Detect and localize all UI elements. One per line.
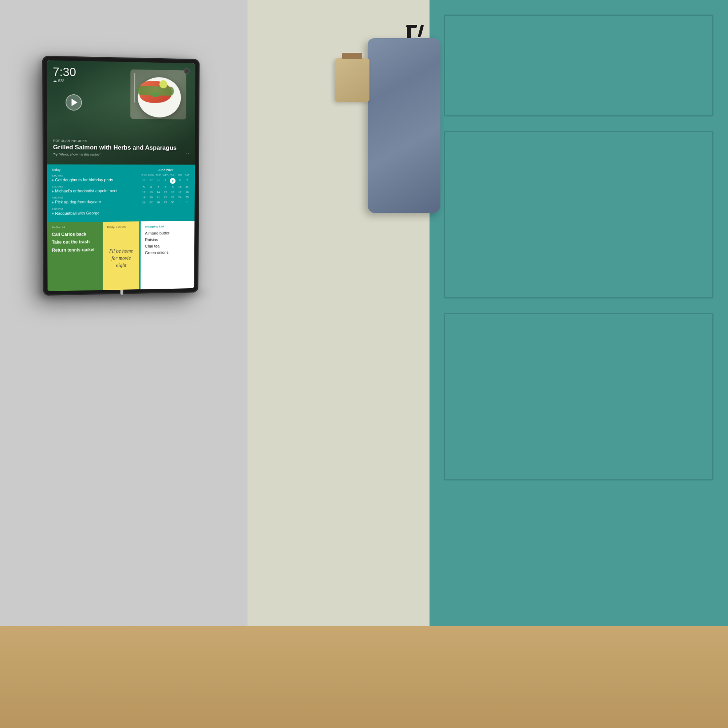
cal-day-18[interactable]: 18: [184, 190, 190, 195]
cal-day-3[interactable]: 3: [177, 177, 184, 185]
cal-header-mon: MON: [148, 174, 155, 177]
cal-day-6[interactable]: 6: [148, 185, 155, 190]
cal-day-17[interactable]: 17: [177, 190, 184, 195]
device-screen: 7:30 ☁ 63° Popular Recipes Grilled Salmo…: [47, 60, 195, 291]
cal-day-14[interactable]: 14: [155, 190, 162, 195]
shopping-label: Shopping List: [145, 225, 190, 228]
more-options-button[interactable]: ⋮: [186, 151, 191, 157]
play-icon: [72, 99, 78, 106]
cal-day-11[interactable]: 11: [184, 185, 191, 190]
cal-day-4[interactable]: 4: [184, 177, 191, 185]
jacket: [368, 38, 440, 213]
sticky-note-card[interactable]: Today, 7:20 AM I'll be home for movie ni…: [103, 221, 139, 290]
cal-day-5[interactable]: 5: [141, 185, 147, 190]
shopping-list-card[interactable]: Shopping List Almond butter Raisins Chai…: [139, 221, 194, 289]
shopping-item-3[interactable]: Chai tea: [145, 243, 190, 249]
hook-arm: [418, 25, 424, 38]
agenda-dot-1: [52, 179, 54, 181]
cal-day-30[interactable]: 30: [169, 200, 176, 205]
cal-day-28[interactable]: 28: [155, 200, 162, 205]
cal-header-sat: SAT: [184, 174, 191, 177]
cal-day-26[interactable]: 26: [141, 200, 147, 205]
hook-top: [406, 25, 417, 28]
cal-header-tue: TUE: [155, 174, 162, 177]
calendar-grid: SUN MON TUE WED THU FRI SAT 29 30 31 1 2…: [141, 174, 191, 205]
cal-day-8[interactable]: 8: [162, 185, 169, 190]
sticky-timestamp: Today, 7:20 AM: [107, 225, 136, 229]
cal-day-10[interactable]: 10: [177, 185, 184, 190]
cal-day-29[interactable]: 29: [162, 200, 169, 205]
cal-day-27[interactable]: 27: [148, 200, 155, 205]
sticky-text: I'll be home for movie night: [107, 230, 136, 286]
bag-strap: [342, 53, 362, 59]
hero-section[interactable]: 7:30 ☁ 63° Popular Recipes Grilled Salmo…: [47, 60, 195, 165]
shopping-item-1[interactable]: Almond butter: [145, 230, 190, 236]
door-panel: [430, 0, 728, 648]
cal-day-24[interactable]: 24: [177, 195, 184, 199]
shopping-item-4[interactable]: Green onions: [145, 250, 190, 255]
cal-day-16[interactable]: 16: [169, 190, 176, 195]
cal-day-20[interactable]: 20: [148, 195, 155, 200]
cal-day-7[interactable]: 7: [155, 185, 162, 190]
cal-day-2-today[interactable]: 2: [169, 177, 176, 185]
cal-day-12[interactable]: 12: [141, 190, 147, 195]
bottom-cards: To-Do List Call Carlos back Take out the…: [47, 221, 194, 291]
agenda-item-1[interactable]: 8:00 AM Get doughnuts for birthday party: [52, 174, 136, 182]
play-button[interactable]: [66, 94, 82, 111]
cal-day-1-jul[interactable]: 1: [177, 200, 184, 205]
agenda-time-3: 4:00 PM: [52, 196, 136, 199]
cal-day-25[interactable]: 25: [184, 195, 190, 199]
herbs: [152, 92, 159, 97]
agenda-item-3[interactable]: 4:00 PM Pick up dog from daycare: [52, 196, 136, 205]
recipe-info: Popular Recipes Grilled Salmon with Herb…: [53, 139, 189, 156]
camera-indicator: [184, 68, 190, 74]
food-image: [130, 70, 188, 122]
cal-day-31-may[interactable]: 31: [155, 177, 162, 185]
screen-content: 7:30 ☁ 63° Popular Recipes Grilled Salmo…: [47, 60, 195, 291]
cal-day-15[interactable]: 15: [162, 190, 169, 195]
agenda-item-4[interactable]: 7:00 PM Racquetball with George: [52, 207, 136, 216]
todo-item-1[interactable]: Call Carlos back: [52, 231, 99, 238]
cal-day-21[interactable]: 21: [155, 195, 162, 200]
agenda-title-3: Pick up dog from daycare: [52, 199, 136, 205]
cal-header-thu: THU: [169, 174, 176, 177]
todo-card[interactable]: To-Do List Call Carlos back Take out the…: [47, 222, 103, 291]
agenda-dot-4: [52, 213, 54, 214]
floor: [0, 626, 728, 728]
todo-item-2[interactable]: Take out the trash: [52, 239, 98, 245]
agenda-title-4: Racquetball with George: [52, 210, 136, 216]
agenda-title-2: Michael's orthodontist appointment: [52, 188, 136, 194]
cal-day-22[interactable]: 22: [162, 195, 169, 200]
cal-header-sun: SUN: [141, 174, 147, 177]
cal-day-29-may[interactable]: 29: [141, 177, 147, 185]
door-recess-top: [444, 15, 713, 116]
agenda-time-2: 9:30 AM: [52, 185, 136, 188]
agenda-item-2[interactable]: 9:30 AM Michael's orthodontist appointme…: [52, 185, 136, 194]
agenda-time-4: 7:00 PM: [52, 207, 136, 210]
cal-day-9[interactable]: 9: [169, 185, 176, 190]
cal-day-2-jul[interactable]: 2: [184, 200, 190, 205]
agenda-time-1: 8:00 AM: [52, 174, 136, 177]
cal-day-1[interactable]: 1: [162, 177, 169, 185]
shopping-item-2[interactable]: Raisins: [145, 237, 190, 242]
door-recess-mid: [444, 131, 713, 298]
calendar-column: June 2022 SUN MON TUE WED THU FRI SAT 29…: [141, 168, 191, 218]
clock-overlay: 7:30 ☁ 63°: [53, 66, 76, 83]
todo-label: To-Do List: [52, 225, 99, 229]
agenda-column: Today 8:00 AM Get doughnuts for birthday…: [52, 168, 136, 219]
cal-day-30-may[interactable]: 30: [148, 177, 155, 185]
agenda-dot-2: [52, 190, 54, 192]
lemon: [159, 80, 167, 88]
cal-day-13[interactable]: 13: [148, 190, 155, 195]
cal-header-wed: WED: [162, 174, 169, 177]
todo-item-3[interactable]: Return tennis racket: [52, 247, 98, 253]
recipe-title[interactable]: Grilled Salmon with Herbs and Asparagus: [53, 144, 189, 151]
agenda-title-1: Get doughnuts for birthday party: [52, 177, 136, 182]
calendar-month-year: June 2022: [141, 168, 191, 172]
agenda-today-label: Today: [52, 168, 136, 172]
echo-show-device: 7:30 ☁ 63° Popular Recipes Grilled Salmo…: [42, 56, 200, 295]
cal-day-19[interactable]: 19: [141, 195, 147, 200]
clock-time: 7:30: [53, 66, 76, 78]
agenda-dot-3: [52, 202, 54, 203]
cal-day-23[interactable]: 23: [169, 195, 176, 199]
